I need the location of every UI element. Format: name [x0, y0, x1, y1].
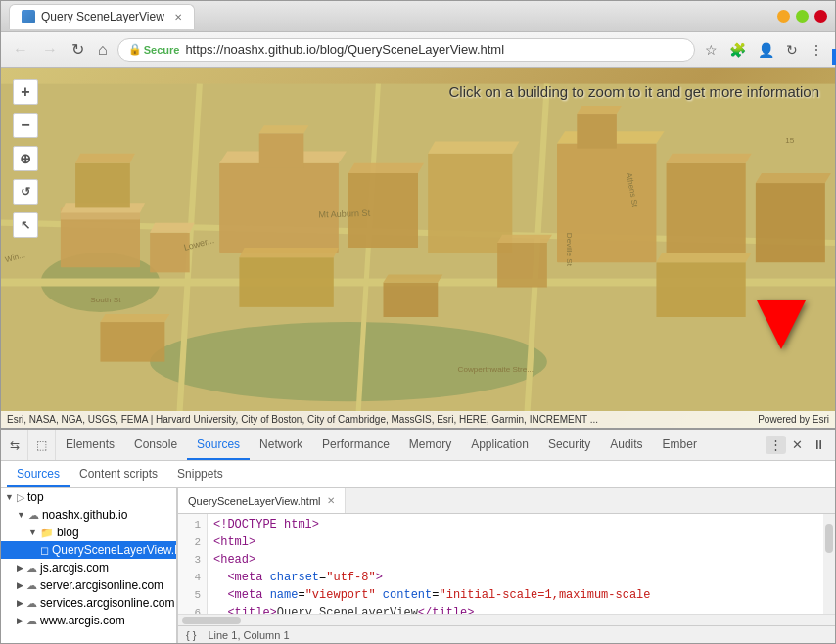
tree-label: js.arcgis.com — [40, 561, 109, 575]
cloud-icon: ☁ — [26, 562, 37, 575]
divider — [13, 107, 38, 111]
arrow-icon: ▶ — [17, 598, 23, 608]
browser-tab[interactable]: Query SceneLayerView ✕ — [9, 4, 195, 29]
devtools-inspect-button[interactable]: ⬚ — [28, 430, 56, 460]
tab-elements[interactable]: Elements — [56, 430, 124, 460]
devtools-more-button[interactable]: ⋮ — [766, 436, 786, 454]
bookmark-button[interactable]: ☆ — [701, 40, 721, 60]
code-line-1: <!DOCTYPE html> — [213, 516, 817, 533]
svg-rect-33 — [656, 262, 745, 317]
reload-button[interactable]: ↻ — [68, 38, 88, 61]
forward-button[interactable]: → — [38, 39, 62, 61]
tab-security[interactable]: Security — [538, 430, 600, 460]
svg-marker-18 — [259, 125, 309, 133]
subtab-content-scripts[interactable]: Content scripts — [70, 461, 167, 487]
arrow-icon: ▼ — [5, 492, 14, 502]
divider4 — [13, 207, 38, 210]
red-arrow — [757, 300, 806, 349]
zoom-out-button[interactable]: − — [13, 113, 38, 138]
maximize-button[interactable] — [796, 10, 809, 23]
tree-item-services-arcgis[interactable]: ▶ ☁ services.arcgisonline.com — [1, 594, 176, 612]
tree-label: noashx.github.io — [42, 508, 127, 522]
tab-sources[interactable]: Sources — [187, 430, 250, 460]
code-line-5: <meta charset="utf-8"> — [213, 569, 817, 586]
svg-text:Cowperthwaite Stre...: Cowperthwaite Stre... — [458, 365, 534, 374]
map-svg: Mt Auburn St South St Cowperthwaite Stre… — [1, 68, 835, 428]
cloud-icon: ☁ — [26, 615, 37, 627]
close-button[interactable] — [814, 10, 827, 23]
tree-item-arcgis-js[interactable]: ▶ ☁ js.arcgis.com — [1, 559, 176, 576]
rotate-button[interactable]: ⊕ — [13, 146, 38, 171]
line-num-3: 3 — [178, 551, 207, 569]
devtools-dock-button[interactable]: ⇆ — [1, 430, 28, 460]
map-background: Mt Auburn St South St Cowperthwaite Stre… — [1, 68, 835, 428]
tab-application[interactable]: Application — [461, 430, 538, 460]
scrollbar-bottom-space — [823, 555, 835, 614]
scrollbar-thumb[interactable] — [825, 524, 833, 553]
code-line-7: <title>Query SceneLayerView</title> — [213, 604, 817, 614]
svg-text:Mt Auburn St: Mt Auburn St — [318, 208, 370, 220]
svg-rect-8 — [61, 213, 140, 268]
tree-item-query-scene[interactable]: ◻ QuerySceneLayerView.html — [1, 541, 176, 559]
line-num-5: 5 — [178, 586, 207, 604]
tree-label: blog — [57, 526, 79, 539]
profile-button[interactable]: 👤 — [754, 40, 778, 60]
tab-ember[interactable]: Ember — [653, 430, 707, 460]
tree-item-www-arcgis[interactable]: ▶ ☁ www.arcgis.com — [1, 612, 176, 629]
devtools-body: ▼ ▷ top ▼ ☁ noashx.github.io ▼ 📁 blog — [1, 488, 835, 643]
svg-rect-35 — [497, 243, 547, 288]
tab-favicon — [22, 10, 35, 23]
scrollbar-thumb-h[interactable] — [182, 617, 241, 624]
svg-text:15: 15 — [785, 137, 795, 146]
tab-close-icon[interactable]: ✕ — [174, 12, 182, 23]
tab-spacer — [707, 430, 766, 460]
tab-console[interactable]: Console — [124, 430, 187, 460]
subtab-snippets[interactable]: Snippets — [167, 461, 233, 487]
menu-button[interactable]: ⋮ — [806, 40, 827, 60]
svg-marker-20 — [348, 163, 424, 173]
sync-button[interactable]: ↻ — [782, 40, 802, 60]
horizontal-scrollbar[interactable] — [178, 614, 835, 625]
devtools-pause-button[interactable]: ⏸ — [809, 436, 829, 454]
tab-memory[interactable]: Memory — [399, 430, 461, 460]
tab-audits[interactable]: Audits — [600, 430, 652, 460]
line-num-2: 2 — [178, 533, 207, 551]
code-editor: 1 2 3 4 5 6 7 8 9 10 <!DOCTYPE html> <ht… — [178, 514, 835, 614]
tree-item-top[interactable]: ▼ ▷ top — [1, 488, 176, 506]
extension-button[interactable]: 🧩 — [725, 40, 750, 60]
status-text: Line 1, Column 1 — [208, 629, 289, 641]
back-button[interactable]: ← — [9, 39, 32, 61]
svg-rect-29 — [667, 163, 746, 253]
arrow-icon: ▼ — [17, 510, 25, 520]
secure-label: Secure — [144, 44, 180, 56]
devtools-close-button[interactable]: ✕ — [788, 436, 807, 454]
tab-performance[interactable]: Performance — [312, 430, 399, 460]
tree-label: services.arcgisonline.com — [40, 596, 174, 610]
pointer-button[interactable]: ↖ — [13, 212, 38, 238]
zoom-in-button[interactable]: + — [13, 79, 38, 105]
map-area[interactable]: Mt Auburn St South St Cowperthwaite Stre… — [1, 68, 835, 428]
svg-marker-38 — [384, 274, 443, 282]
html-file-icon: ◻ — [40, 544, 49, 557]
devtools-panel: ⇆ ⬚ Elements Console Sources Network Per… — [1, 428, 835, 643]
code-tab-query[interactable]: QuerySceneLayerView.html ✕ — [178, 488, 346, 513]
address-bar[interactable]: 🔒 Secure https://noashx.github.io/blog/Q… — [117, 38, 695, 62]
vertical-scrollbar[interactable] — [823, 514, 835, 614]
tree-item-server-arcgis[interactable]: ▶ ☁ server.arcgisonline.com — [1, 576, 176, 594]
code-tab-close-icon[interactable]: ✕ — [327, 495, 335, 506]
tree-item-noashx[interactable]: ▼ ☁ noashx.github.io — [1, 506, 176, 524]
subtab-sources[interactable]: Sources — [7, 461, 70, 487]
arrow-icon: ▶ — [17, 563, 23, 573]
home-button[interactable]: ⌂ — [94, 39, 112, 61]
tree-item-blog[interactable]: ▼ 📁 blog — [1, 524, 176, 541]
tree-label: server.arcgisonline.com — [40, 578, 163, 592]
code-content[interactable]: <!DOCTYPE html> <html> <head> <meta char… — [208, 514, 823, 614]
tab-network[interactable]: Network — [250, 430, 312, 460]
refresh-button[interactable]: ↺ — [13, 179, 38, 205]
arrow-icon: ▼ — [28, 528, 37, 537]
line-num-4: 4 — [178, 569, 207, 586]
svg-marker-14 — [75, 154, 135, 163]
nav-bar: ← → ↻ ⌂ 🔒 Secure https://noashx.github.i… — [1, 32, 835, 68]
minimize-button[interactable] — [777, 10, 790, 23]
powered-by-text: Powered by Esri — [758, 414, 829, 425]
